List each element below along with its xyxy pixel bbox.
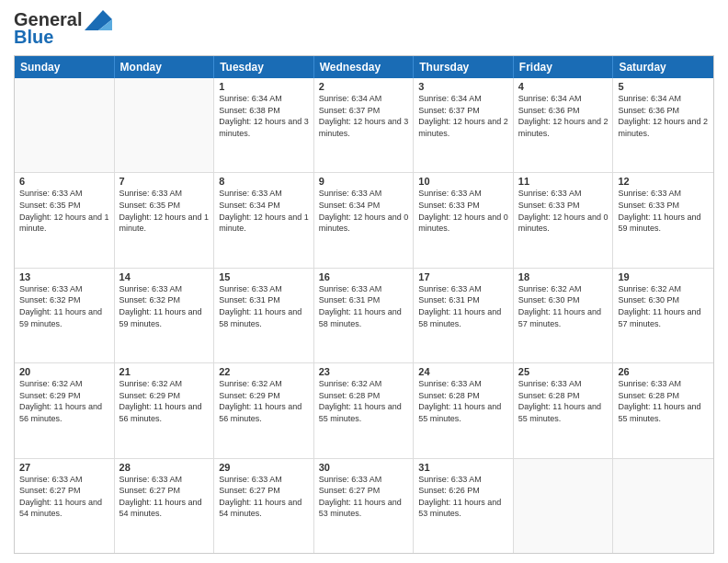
day-number: 4 <box>518 81 609 92</box>
day-cell-17: 17Sunrise: 6:33 AMSunset: 6:31 PMDayligh… <box>414 269 514 362</box>
cell-info: Sunrise: 6:33 AMSunset: 6:33 PMDaylight:… <box>418 188 508 234</box>
day-number: 8 <box>219 176 309 187</box>
day-number: 25 <box>518 366 609 377</box>
cell-info: Sunrise: 6:33 AMSunset: 6:26 PMDaylight:… <box>418 474 508 520</box>
day-cell-14: 14Sunrise: 6:33 AMSunset: 6:32 PMDayligh… <box>115 269 215 362</box>
empty-cell <box>514 459 614 553</box>
cell-info: Sunrise: 6:33 AMSunset: 6:31 PMDaylight:… <box>319 283 409 329</box>
day-number: 7 <box>119 176 210 187</box>
day-cell-16: 16Sunrise: 6:33 AMSunset: 6:31 PMDayligh… <box>314 269 415 362</box>
day-number: 11 <box>518 176 609 187</box>
empty-cell <box>15 78 115 172</box>
calendar: SundayMondayTuesdayWednesdayThursdayFrid… <box>14 55 714 554</box>
week-row-2: 6Sunrise: 6:33 AMSunset: 6:35 PMDaylight… <box>15 172 713 267</box>
day-cell-10: 10Sunrise: 6:33 AMSunset: 6:33 PMDayligh… <box>414 173 514 267</box>
cell-info: Sunrise: 6:33 AMSunset: 6:31 PMDaylight:… <box>219 283 309 329</box>
day-cell-9: 9Sunrise: 6:33 AMSunset: 6:34 PMDaylight… <box>314 173 415 267</box>
day-number: 26 <box>618 366 709 377</box>
cell-info: Sunrise: 6:32 AMSunset: 6:30 PMDaylight:… <box>518 283 609 329</box>
day-number: 17 <box>418 271 508 282</box>
day-cell-8: 8Sunrise: 6:33 AMSunset: 6:34 PMDaylight… <box>214 173 314 267</box>
cell-info: Sunrise: 6:32 AMSunset: 6:29 PMDaylight:… <box>219 378 309 424</box>
cell-info: Sunrise: 6:33 AMSunset: 6:28 PMDaylight:… <box>518 378 609 424</box>
cell-info: Sunrise: 6:33 AMSunset: 6:27 PMDaylight:… <box>319 474 409 520</box>
cell-info: Sunrise: 6:34 AMSunset: 6:37 PMDaylight:… <box>319 93 409 139</box>
week-row-1: 1Sunrise: 6:34 AMSunset: 6:38 PMDaylight… <box>15 78 713 172</box>
day-cell-31: 31Sunrise: 6:33 AMSunset: 6:26 PMDayligh… <box>414 459 514 553</box>
day-number: 16 <box>319 271 409 282</box>
cell-info: Sunrise: 6:33 AMSunset: 6:28 PMDaylight:… <box>618 378 709 424</box>
day-number: 9 <box>319 176 409 187</box>
day-cell-3: 3Sunrise: 6:34 AMSunset: 6:37 PMDaylight… <box>414 78 514 172</box>
logo-blue-text: Blue <box>14 27 53 48</box>
cell-info: Sunrise: 6:32 AMSunset: 6:28 PMDaylight:… <box>319 378 409 424</box>
day-cell-25: 25Sunrise: 6:33 AMSunset: 6:28 PMDayligh… <box>514 363 614 457</box>
day-number: 13 <box>19 271 109 282</box>
day-header-sunday: Sunday <box>15 56 115 78</box>
day-cell-27: 27Sunrise: 6:33 AMSunset: 6:27 PMDayligh… <box>15 459 115 553</box>
week-row-4: 20Sunrise: 6:32 AMSunset: 6:29 PMDayligh… <box>15 362 713 457</box>
day-header-tuesday: Tuesday <box>214 56 314 78</box>
cell-info: Sunrise: 6:33 AMSunset: 6:27 PMDaylight:… <box>219 474 309 520</box>
cell-info: Sunrise: 6:33 AMSunset: 6:35 PMDaylight:… <box>19 188 109 234</box>
day-number: 10 <box>418 176 508 187</box>
cell-info: Sunrise: 6:34 AMSunset: 6:36 PMDaylight:… <box>618 93 709 139</box>
day-number: 29 <box>219 462 309 473</box>
day-cell-22: 22Sunrise: 6:32 AMSunset: 6:29 PMDayligh… <box>214 363 314 457</box>
week-row-5: 27Sunrise: 6:33 AMSunset: 6:27 PMDayligh… <box>15 458 713 553</box>
day-number: 23 <box>319 366 409 377</box>
cell-info: Sunrise: 6:32 AMSunset: 6:30 PMDaylight:… <box>618 283 709 329</box>
cell-info: Sunrise: 6:33 AMSunset: 6:27 PMDaylight:… <box>19 474 109 520</box>
day-number: 28 <box>119 462 210 473</box>
day-cell-2: 2Sunrise: 6:34 AMSunset: 6:37 PMDaylight… <box>314 78 415 172</box>
day-cell-12: 12Sunrise: 6:33 AMSunset: 6:33 PMDayligh… <box>613 173 713 267</box>
cell-info: Sunrise: 6:33 AMSunset: 6:32 PMDaylight:… <box>119 283 210 329</box>
day-number: 20 <box>19 366 109 377</box>
day-number: 24 <box>418 366 508 377</box>
day-number: 5 <box>618 81 709 92</box>
day-header-saturday: Saturday <box>613 56 713 78</box>
day-cell-18: 18Sunrise: 6:32 AMSunset: 6:30 PMDayligh… <box>514 269 614 362</box>
logo-icon <box>85 10 112 30</box>
day-number: 30 <box>319 462 409 473</box>
cell-info: Sunrise: 6:34 AMSunset: 6:36 PMDaylight:… <box>518 93 609 139</box>
day-cell-7: 7Sunrise: 6:33 AMSunset: 6:35 PMDaylight… <box>115 173 215 267</box>
cell-info: Sunrise: 6:33 AMSunset: 6:34 PMDaylight:… <box>219 188 309 234</box>
page: General Blue SundayMondayTuesdayWednesda… <box>0 0 728 563</box>
header: General Blue <box>14 9 714 48</box>
day-number: 14 <box>119 271 210 282</box>
day-cell-20: 20Sunrise: 6:32 AMSunset: 6:29 PMDayligh… <box>15 363 115 457</box>
cell-info: Sunrise: 6:33 AMSunset: 6:34 PMDaylight:… <box>319 188 409 234</box>
day-header-thursday: Thursday <box>414 56 514 78</box>
day-number: 18 <box>518 271 609 282</box>
cell-info: Sunrise: 6:32 AMSunset: 6:29 PMDaylight:… <box>119 378 210 424</box>
day-header-monday: Monday <box>115 56 215 78</box>
cell-info: Sunrise: 6:34 AMSunset: 6:38 PMDaylight:… <box>219 93 309 139</box>
day-number: 22 <box>219 366 309 377</box>
empty-cell <box>115 78 215 172</box>
day-number: 19 <box>618 271 709 282</box>
day-cell-26: 26Sunrise: 6:33 AMSunset: 6:28 PMDayligh… <box>613 363 713 457</box>
cell-info: Sunrise: 6:34 AMSunset: 6:37 PMDaylight:… <box>418 93 508 139</box>
cell-info: Sunrise: 6:33 AMSunset: 6:32 PMDaylight:… <box>19 283 109 329</box>
day-number: 15 <box>219 271 309 282</box>
calendar-header: SundayMondayTuesdayWednesdayThursdayFrid… <box>15 56 713 78</box>
day-number: 21 <box>119 366 210 377</box>
calendar-body: 1Sunrise: 6:34 AMSunset: 6:38 PMDaylight… <box>15 78 713 553</box>
day-cell-11: 11Sunrise: 6:33 AMSunset: 6:33 PMDayligh… <box>514 173 614 267</box>
day-number: 31 <box>418 462 508 473</box>
cell-info: Sunrise: 6:32 AMSunset: 6:29 PMDaylight:… <box>19 378 109 424</box>
day-cell-21: 21Sunrise: 6:32 AMSunset: 6:29 PMDayligh… <box>115 363 215 457</box>
day-cell-29: 29Sunrise: 6:33 AMSunset: 6:27 PMDayligh… <box>214 459 314 553</box>
day-header-friday: Friday <box>514 56 614 78</box>
day-number: 2 <box>319 81 409 92</box>
day-cell-24: 24Sunrise: 6:33 AMSunset: 6:28 PMDayligh… <box>414 363 514 457</box>
cell-info: Sunrise: 6:33 AMSunset: 6:33 PMDaylight:… <box>618 188 709 234</box>
cell-info: Sunrise: 6:33 AMSunset: 6:33 PMDaylight:… <box>518 188 609 234</box>
day-cell-15: 15Sunrise: 6:33 AMSunset: 6:31 PMDayligh… <box>214 269 314 362</box>
cell-info: Sunrise: 6:33 AMSunset: 6:31 PMDaylight:… <box>418 283 508 329</box>
day-cell-4: 4Sunrise: 6:34 AMSunset: 6:36 PMDaylight… <box>514 78 614 172</box>
day-cell-6: 6Sunrise: 6:33 AMSunset: 6:35 PMDaylight… <box>15 173 115 267</box>
logo: General Blue <box>14 9 112 48</box>
day-number: 6 <box>19 176 109 187</box>
